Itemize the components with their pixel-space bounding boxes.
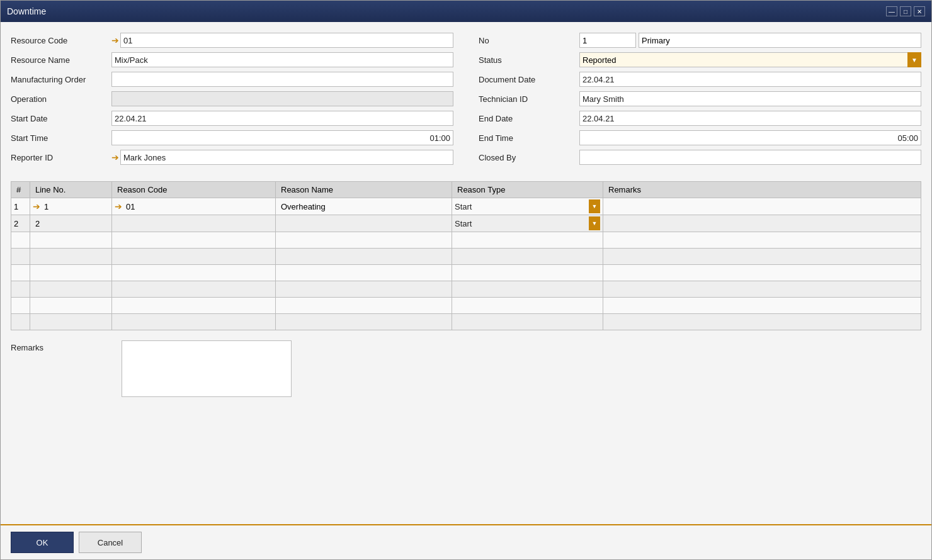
row6-hash (11, 281, 30, 298)
remarks-textarea[interactable] (122, 340, 292, 397)
table-row (11, 281, 921, 298)
technician-id-row: Technician ID (479, 91, 921, 107)
manufacturing-order-label: Manufacturing Order (11, 75, 111, 84)
row4-reasonname (276, 249, 452, 265)
title-bar-controls: — □ ✕ (886, 6, 925, 16)
row7-remarks (603, 298, 921, 314)
row5-lineno (30, 265, 112, 281)
manufacturing-order-row: Manufacturing Order (11, 71, 453, 87)
remarks-section: Remarks (11, 340, 921, 397)
row7-reasontype (452, 298, 603, 314)
minimize-button[interactable]: — (886, 6, 897, 16)
table-row: 2 Start (11, 215, 921, 232)
row5-hash (11, 265, 30, 281)
row3-reasoncode (112, 232, 276, 249)
table-section: # Line No. Reason Code Reason Name Reaso… (11, 181, 921, 330)
row1-remarks-input[interactable] (606, 201, 918, 213)
row8-reasoncode (112, 314, 276, 330)
row1-reasontype-select[interactable]: Start End (455, 199, 600, 213)
row4-hash (11, 249, 30, 265)
end-date-input[interactable] (579, 111, 921, 126)
row1-arrow-icon: ➔ (33, 201, 40, 211)
row6-reasonname (276, 281, 452, 298)
document-date-label: Document Date (479, 75, 579, 84)
row2-lineno (30, 215, 112, 232)
row3-hash (11, 232, 30, 249)
row7-reasonname (276, 298, 452, 314)
row1-reasonname (276, 198, 452, 215)
row7-hash (11, 298, 30, 314)
reporter-id-field: ➔ (111, 150, 453, 165)
resource-code-row: Resource Code ➔ (11, 32, 453, 48)
table-row (11, 265, 921, 281)
reporter-id-row: Reporter ID ➔ (11, 149, 453, 165)
document-date-row: Document Date (479, 71, 921, 87)
table-row (11, 249, 921, 265)
no-input[interactable] (579, 33, 636, 48)
closed-by-label: Closed By (479, 153, 579, 162)
col-lineno-header: Line No. (30, 182, 112, 198)
row2-reasontype-select[interactable]: Start End (455, 216, 600, 230)
row4-reasontype (452, 249, 603, 265)
row2-reasonname (276, 215, 452, 232)
row1-hash: 1 (11, 198, 30, 215)
window-title: Downtime (7, 6, 46, 16)
resource-code-field: ➔ (111, 33, 453, 48)
row2-remarks (603, 215, 921, 232)
row1-reasontype-wrapper: Start End ▼ (455, 199, 600, 213)
resource-name-row: Resource Name (11, 52, 453, 68)
resource-code-input[interactable] (120, 33, 453, 48)
cancel-button[interactable]: Cancel (79, 532, 142, 553)
row2-reasontype: Start End ▼ (452, 215, 603, 232)
row1-lineno-input[interactable] (42, 201, 109, 213)
window-body: Resource Code ➔ Resource Name Manufactur… (1, 22, 931, 524)
end-date-row: End Date (479, 110, 921, 126)
row1-reasoncode-input[interactable] (123, 201, 273, 213)
resource-code-label: Resource Code (11, 36, 111, 45)
reporter-id-label: Reporter ID (11, 153, 111, 162)
form-right: No Primary Status Reported Closed Open ▼ (479, 32, 921, 169)
reporter-id-input[interactable] (120, 150, 453, 165)
technician-id-input[interactable] (579, 91, 921, 106)
primary-value: Primary (639, 33, 921, 48)
row5-reasontype (452, 265, 603, 281)
resource-name-label: Resource Name (11, 55, 111, 65)
maximize-button[interactable]: □ (900, 6, 911, 16)
start-time-label: Start Time (11, 133, 111, 143)
row2-reasoncode-input[interactable] (115, 218, 273, 230)
table-row: 1 ➔ ➔ (11, 198, 921, 215)
start-date-input[interactable] (111, 111, 453, 126)
row8-remarks (603, 314, 921, 330)
title-bar: Downtime — □ ✕ (1, 1, 931, 22)
row1-reasonname-input[interactable] (278, 201, 449, 213)
row1-remarks (603, 198, 921, 215)
end-time-label: End Time (479, 133, 579, 143)
form-section: Resource Code ➔ Resource Name Manufactur… (11, 32, 921, 169)
remarks-label: Remarks (11, 340, 111, 352)
col-reasoncode-header: Reason Code (112, 182, 276, 198)
operation-input[interactable] (111, 91, 453, 106)
status-select-wrapper: Reported Closed Open ▼ (579, 52, 921, 67)
row2-lineno-input[interactable] (33, 218, 109, 230)
end-time-input[interactable] (579, 130, 921, 145)
closed-by-input[interactable] (579, 150, 921, 165)
row6-reasontype (452, 281, 603, 298)
status-select[interactable]: Reported Closed Open (579, 52, 921, 67)
start-date-label: Start Date (11, 114, 111, 123)
row8-reasontype (452, 314, 603, 330)
row3-lineno (30, 232, 112, 249)
row6-reasoncode (112, 281, 276, 298)
start-time-input[interactable] (111, 130, 453, 145)
row7-lineno (30, 298, 112, 314)
row1-reasontype: Start End ▼ (452, 198, 603, 215)
ok-button[interactable]: OK (11, 532, 74, 553)
close-button[interactable]: ✕ (914, 6, 925, 16)
resource-name-input[interactable] (111, 52, 453, 67)
row2-remarks-input[interactable] (606, 218, 918, 230)
document-date-input[interactable] (579, 72, 921, 87)
data-table: # Line No. Reason Code Reason Name Reaso… (11, 181, 921, 330)
manufacturing-order-input[interactable] (111, 72, 453, 87)
start-date-row: Start Date (11, 110, 453, 126)
row2-reasonname-input[interactable] (278, 218, 449, 230)
reporter-id-arrow-icon: ➔ (111, 152, 119, 162)
